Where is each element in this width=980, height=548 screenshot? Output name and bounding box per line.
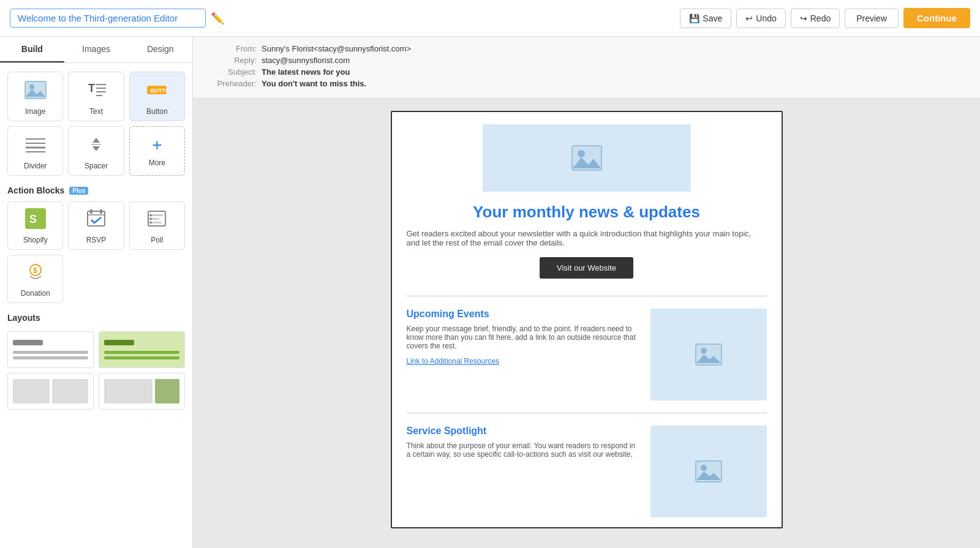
rsvp-icon xyxy=(86,208,107,233)
svg-text:BUTTON: BUTTON xyxy=(151,88,168,94)
block-rsvp[interactable]: RSVP xyxy=(68,201,124,250)
layout-line-1b xyxy=(13,356,88,359)
content-area: From: Sunny's Florist<stacy@sunnysfloris… xyxy=(193,37,980,548)
layout-item-3[interactable] xyxy=(7,373,94,410)
svg-rect-22 xyxy=(100,209,102,214)
hero-title: Your monthly news & updates xyxy=(407,203,767,222)
block-button[interactable]: BUTTON Button xyxy=(129,72,185,121)
meta-subject-value: The latest news for you xyxy=(262,67,350,77)
events-link[interactable]: Link to Additional Resources xyxy=(407,357,499,366)
edit-icon[interactable]: ✏️ xyxy=(211,12,224,25)
spotlight-image-placeholder xyxy=(650,426,767,517)
meta-from-label: From: xyxy=(208,44,257,53)
shopify-icon: S xyxy=(25,208,46,233)
topbar-left: ✏️ xyxy=(10,9,224,28)
layout-line-2b xyxy=(104,356,179,359)
button-icon: BUTTON xyxy=(146,81,168,103)
spotlight-text: Think about the purpose of your email: Y… xyxy=(407,441,641,459)
title-input[interactable] xyxy=(10,9,206,28)
divider-icon xyxy=(24,135,47,158)
topbar: ✏️ 💾 Save ↩ Undo ↪ Redo Preview Continue xyxy=(0,0,980,37)
layout-title-line-1 xyxy=(13,340,43,345)
meta-subject-row: Subject: The latest news for you xyxy=(208,67,965,77)
undo-icon: ↩ xyxy=(745,13,753,23)
save-button[interactable]: 💾 Save xyxy=(680,9,731,28)
hero-image-placeholder xyxy=(483,124,691,192)
save-icon: 💾 xyxy=(689,13,699,23)
hero-image-icon xyxy=(571,145,602,171)
block-spacer[interactable]: Spacer xyxy=(68,126,124,176)
svg-text:T: T xyxy=(88,82,95,94)
svg-rect-24 xyxy=(151,214,163,216)
redo-button[interactable]: ↪ Redo xyxy=(791,9,840,28)
svg-marker-15 xyxy=(92,146,100,151)
meta-preheader-label: Preheader: xyxy=(208,79,257,88)
layout-line-1a xyxy=(13,351,88,354)
meta-from-value: Sunny's Florist<stacy@sunnysflorist.com> xyxy=(262,44,411,53)
layout-item-2[interactable] xyxy=(99,331,185,368)
poll-icon xyxy=(146,208,167,233)
events-text: Keep your message brief, friendly, and t… xyxy=(407,325,641,350)
sidebar: Build Images Design Image xyxy=(0,37,193,548)
block-divider[interactable]: Divider xyxy=(7,126,63,176)
text-icon: T xyxy=(85,81,107,103)
layouts-header: Layouts xyxy=(0,303,192,326)
shopify-label: Shopify xyxy=(23,236,48,244)
layout-title-line-2 xyxy=(104,340,134,345)
image-label: Image xyxy=(25,107,45,116)
tab-build[interactable]: Build xyxy=(0,37,64,62)
tab-design[interactable]: Design xyxy=(128,37,192,62)
redo-icon: ↪ xyxy=(800,13,807,23)
meta-preheader-row: Preheader: You don't want to miss this. xyxy=(208,79,965,88)
continue-label: Continue xyxy=(917,13,957,23)
block-poll[interactable]: Poll xyxy=(129,201,185,250)
tab-images[interactable]: Images xyxy=(64,37,129,62)
svg-marker-14 xyxy=(92,138,100,143)
meta-reply-label: Reply: xyxy=(208,56,257,65)
block-donation[interactable]: $ Donation xyxy=(7,255,63,303)
hero-button[interactable]: Visit our Website xyxy=(540,257,633,279)
meta-reply-value: stacy@sunnysflorist.com xyxy=(262,56,350,65)
block-more[interactable]: + More xyxy=(129,126,185,176)
spotlight-image-icon xyxy=(695,460,722,482)
upcoming-events-section: Upcoming Events Keep your message brief,… xyxy=(392,299,782,410)
action-blocks-title: Action Blocks xyxy=(7,186,64,195)
action-grid: S Shopify RSVP xyxy=(0,199,192,303)
svg-text:$: $ xyxy=(33,266,37,275)
more-label: More xyxy=(149,159,165,167)
preview-label: Preview xyxy=(856,13,887,23)
svg-point-29 xyxy=(149,222,152,224)
donation-label: Donation xyxy=(21,289,50,298)
block-image[interactable]: Image xyxy=(7,72,63,121)
save-label: Save xyxy=(703,13,722,23)
undo-button[interactable]: ↩ Undo xyxy=(736,9,785,28)
svg-point-36 xyxy=(701,348,707,354)
image-icon xyxy=(24,81,47,103)
preview-button[interactable]: Preview xyxy=(845,9,899,28)
svg-point-39 xyxy=(701,465,707,471)
layout-line-2a xyxy=(104,351,179,354)
events-image-placeholder xyxy=(650,309,767,400)
undo-label: Undo xyxy=(756,13,776,23)
spacer-icon xyxy=(85,135,107,158)
svg-rect-25 xyxy=(151,218,159,220)
svg-point-1 xyxy=(29,84,34,89)
layout-item-4[interactable] xyxy=(99,373,185,410)
donation-icon: $ xyxy=(25,261,46,287)
spotlight-section: Service Spotlight Think about the purpos… xyxy=(392,416,782,527)
email-hero: Your monthly news & updates Get readers … xyxy=(392,112,782,293)
block-shopify[interactable]: S Shopify xyxy=(7,201,63,250)
email-canvas: Your monthly news & updates Get readers … xyxy=(391,111,783,528)
continue-button[interactable]: Continue xyxy=(903,8,970,28)
layout-item-1[interactable] xyxy=(7,331,94,368)
svg-rect-26 xyxy=(151,222,162,223)
block-text[interactable]: T Text xyxy=(68,72,124,121)
layouts-title: Layouts xyxy=(7,313,40,323)
more-icon: + xyxy=(152,135,162,155)
divider-label: Divider xyxy=(24,162,47,170)
meta-reply-row: Reply: stacy@sunnysflorist.com xyxy=(208,56,965,65)
svg-point-33 xyxy=(578,150,585,157)
sidebar-tabs: Build Images Design xyxy=(0,37,192,63)
spotlight-title: Service Spotlight xyxy=(407,426,641,437)
plus-badge: Plus xyxy=(69,187,88,195)
